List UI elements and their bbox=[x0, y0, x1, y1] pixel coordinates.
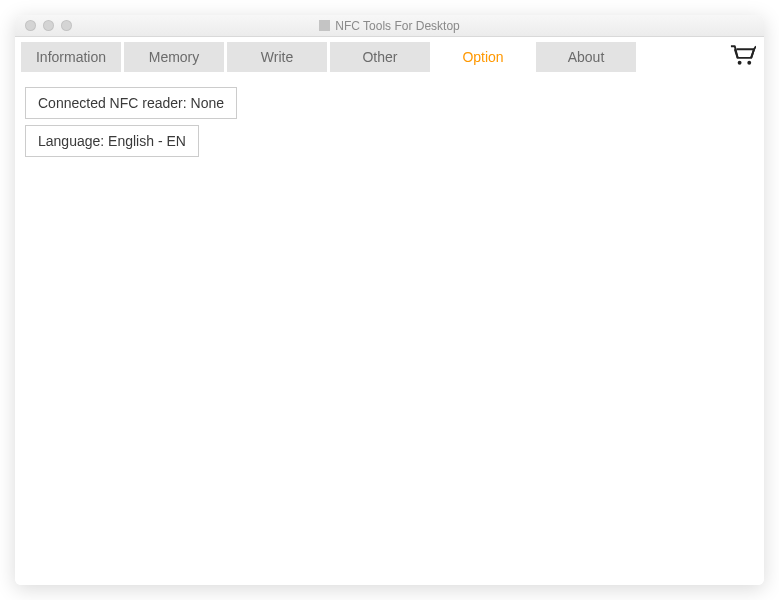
tab-label: Information bbox=[36, 49, 106, 65]
tab-option[interactable]: Option bbox=[433, 42, 533, 72]
svg-point-1 bbox=[747, 61, 751, 65]
tabs: Information Memory Write Other Option Ab… bbox=[21, 42, 636, 72]
tab-label: Memory bbox=[149, 49, 200, 65]
language-label: Language: English - EN bbox=[38, 133, 186, 149]
traffic-lights bbox=[15, 20, 72, 31]
tab-write[interactable]: Write bbox=[227, 42, 327, 72]
tab-memory[interactable]: Memory bbox=[124, 42, 224, 72]
toolbar: Information Memory Write Other Option Ab… bbox=[15, 37, 764, 77]
tab-label: About bbox=[568, 49, 605, 65]
connected-nfc-reader-label: Connected NFC reader: None bbox=[38, 95, 224, 111]
close-window-button[interactable] bbox=[25, 20, 36, 31]
connected-nfc-reader-button[interactable]: Connected NFC reader: None bbox=[25, 87, 237, 119]
tab-other[interactable]: Other bbox=[330, 42, 430, 72]
cart-button[interactable] bbox=[726, 42, 758, 72]
svg-point-0 bbox=[737, 61, 741, 65]
zoom-window-button[interactable] bbox=[61, 20, 72, 31]
tab-about[interactable]: About bbox=[536, 42, 636, 72]
minimize-window-button[interactable] bbox=[43, 20, 54, 31]
window-title: NFC Tools For Desktop bbox=[15, 19, 764, 33]
app-icon bbox=[319, 20, 330, 31]
window-title-text: NFC Tools For Desktop bbox=[335, 19, 459, 33]
titlebar: NFC Tools For Desktop bbox=[15, 15, 764, 37]
tab-label: Other bbox=[362, 49, 397, 65]
cart-icon bbox=[729, 43, 756, 71]
content-area: Connected NFC reader: None Language: Eng… bbox=[15, 77, 764, 585]
language-button[interactable]: Language: English - EN bbox=[25, 125, 199, 157]
tab-label: Option bbox=[462, 49, 503, 65]
app-window: NFC Tools For Desktop Information Memory… bbox=[15, 15, 764, 585]
tab-label: Write bbox=[261, 49, 293, 65]
tab-information[interactable]: Information bbox=[21, 42, 121, 72]
